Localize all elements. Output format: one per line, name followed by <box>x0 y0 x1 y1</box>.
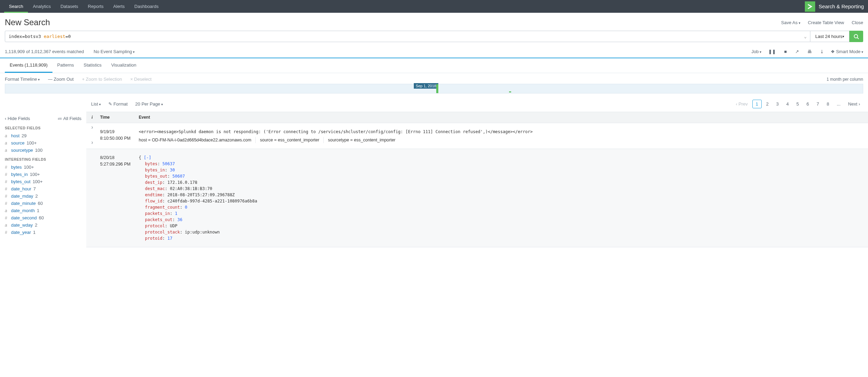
json-line[interactable]: protocol: UDP <box>145 223 866 229</box>
close-button[interactable]: Close <box>852 20 863 25</box>
create-table-view-button[interactable]: Create Table View <box>808 20 844 25</box>
event-row: › 8/20/18 5:27:09.296 PM { [-] bytes: 50… <box>86 149 868 247</box>
json-line[interactable]: protoid: 17 <box>145 235 866 241</box>
field-type-icon: # <box>5 230 9 235</box>
field-name[interactable]: date_second <box>11 215 37 220</box>
nav-reports[interactable]: Reports <box>83 0 109 13</box>
json-line[interactable]: bytes: 50637 <box>145 161 866 167</box>
field-row[interactable]: adate_month1 <box>5 207 81 214</box>
field-name[interactable]: date_wday <box>11 222 33 228</box>
field-row[interactable]: #bytes100+ <box>5 163 81 171</box>
tab-events[interactable]: Events (1,118,909) <box>5 58 52 73</box>
pause-icon[interactable]: ❚❚ <box>767 48 777 55</box>
field-row[interactable]: asource100+ <box>5 139 81 147</box>
page-5[interactable]: 5 <box>793 100 802 108</box>
page-2[interactable]: 2 <box>763 100 772 108</box>
timeline-chart[interactable]: Sep 1, 2018 <box>5 84 863 93</box>
field-row[interactable]: adate_wday2 <box>5 221 81 229</box>
hide-fields-button[interactable]: ‹ Hide Fields <box>5 116 30 121</box>
share-icon[interactable]: ↗ <box>794 48 800 55</box>
field-row[interactable]: #date_second60 <box>5 214 81 221</box>
page-6[interactable]: 6 <box>803 100 812 108</box>
field-row[interactable]: #date_minute60 <box>5 200 81 207</box>
field-name[interactable]: date_month <box>11 208 35 213</box>
search-button[interactable] <box>849 31 863 42</box>
field-row[interactable]: #date_mday2 <box>5 192 81 200</box>
event-meta: host = OD-FM-NA-i-0ad2d665d4bdace22.amaz… <box>139 137 866 143</box>
format-button[interactable]: ✎ Format <box>108 101 128 107</box>
json-line[interactable]: flow_id: c240fdab-997d-4285-a221-1080976… <box>145 198 866 204</box>
field-name[interactable]: source <box>11 140 25 146</box>
meta-sourcetype[interactable]: sourcetype = ess_content_importer <box>324 137 400 143</box>
format-timeline-dropdown[interactable]: Format Timeline <box>5 77 40 82</box>
time-range-picker[interactable]: Last 24 hours <box>810 31 849 42</box>
page-4[interactable]: 4 <box>783 100 792 108</box>
meta-source[interactable]: source = ess_content_importer <box>256 137 324 143</box>
export-icon[interactable]: ⤓ <box>819 48 825 55</box>
tab-visualization[interactable]: Visualization <box>106 58 141 73</box>
page-3[interactable]: 3 <box>773 100 782 108</box>
expand-icon[interactable]: › <box>86 152 98 244</box>
status-row: 1,118,909 of 1,012,367 events matched No… <box>0 46 868 58</box>
json-line[interactable]: dest_ip: 172.16.0.178 <box>145 179 866 186</box>
field-name[interactable]: date_year <box>11 230 31 235</box>
timeline-tick <box>509 91 511 92</box>
nav-analytics[interactable]: Analytics <box>28 0 56 13</box>
print-icon[interactable]: 🖶 <box>806 48 813 55</box>
field-name[interactable]: date_hour <box>11 186 31 191</box>
tab-patterns[interactable]: Patterns <box>52 58 79 73</box>
field-name[interactable]: bytes <box>11 165 22 170</box>
stop-icon[interactable]: ■ <box>783 48 788 55</box>
field-name[interactable]: date_minute <box>11 201 36 206</box>
event-raw[interactable]: <error><message>Splunkd daemon is not re… <box>139 129 866 135</box>
field-row[interactable]: asourcetype100 <box>5 147 81 154</box>
field-count: 1 <box>33 230 36 235</box>
search-expand-icon[interactable]: ⌄ <box>804 34 807 39</box>
all-fields-button[interactable]: ≔ All Fields <box>58 116 81 121</box>
field-row[interactable]: ahost29 <box>5 132 81 139</box>
field-count: 100+ <box>30 172 40 177</box>
page-1[interactable]: 1 <box>752 100 762 108</box>
field-name[interactable]: date_mday <box>11 194 33 199</box>
json-line[interactable]: packets_out: 36 <box>145 217 866 223</box>
field-name[interactable]: bytes_in <box>11 172 28 177</box>
zoom-out-button[interactable]: — Zoom Out <box>48 77 74 82</box>
page-8[interactable]: 8 <box>823 100 832 108</box>
json-line[interactable]: dest_mac: 02:A0:38:1B:B3:70 <box>145 186 866 192</box>
field-name[interactable]: bytes_out <box>11 179 30 184</box>
json-line[interactable]: endtime: 2018-08-20T15:27:09.296788Z <box>145 192 866 198</box>
event-sampling-dropdown[interactable]: No Event Sampling <box>94 49 135 54</box>
field-type-icon: # <box>5 179 9 184</box>
job-menu[interactable]: Job <box>751 49 761 54</box>
meta-host[interactable]: host = OD-FM-NA-i-0ad2d665d4bdace22.amaz… <box>139 137 256 143</box>
field-row[interactable]: #date_year1 <box>5 229 81 236</box>
field-row[interactable]: #bytes_out100+ <box>5 178 81 185</box>
nav-dashboards[interactable]: Dashboards <box>129 0 163 13</box>
json-line[interactable]: protocol_stack: ip:udp:unknown <box>145 229 866 235</box>
col-time[interactable]: Time <box>98 112 137 123</box>
collapse-toggle[interactable]: [-] <box>144 155 151 160</box>
nav-search[interactable]: Search <box>4 0 28 13</box>
nav-alerts[interactable]: Alerts <box>108 0 129 13</box>
save-as-button[interactable]: Save As <box>781 20 800 25</box>
field-row[interactable]: #date_hour7 <box>5 185 81 192</box>
json-line[interactable]: fragment_count: 0 <box>145 204 866 210</box>
nav-datasets[interactable]: Datasets <box>56 0 83 13</box>
list-view-dropdown[interactable]: List <box>91 101 101 107</box>
field-name[interactable]: host <box>11 133 20 138</box>
event-body: <error><message>Splunkd daemon is not re… <box>137 126 868 146</box>
field-name[interactable]: sourcetype <box>11 148 33 153</box>
page-7[interactable]: 7 <box>813 100 822 108</box>
field-count: 100+ <box>27 140 37 146</box>
json-line[interactable]: packets_in: 1 <box>145 210 866 217</box>
field-count: 60 <box>38 201 43 206</box>
per-page-dropdown[interactable]: 20 Per Page <box>135 101 163 107</box>
field-row[interactable]: #bytes_in100+ <box>5 171 81 178</box>
smart-mode-dropdown[interactable]: ❖ Smart Mode <box>831 49 863 54</box>
json-line[interactable]: bytes_in: 30 <box>145 167 866 173</box>
json-line[interactable]: bytes_out: 50607 <box>145 173 866 179</box>
event-body[interactable]: { [-] bytes: 50637bytes_in: 30bytes_out:… <box>137 152 868 244</box>
page-next[interactable]: Next › <box>845 100 863 108</box>
search-input[interactable]: index=botsv3 earliest=0 ⌄ <box>5 31 810 42</box>
tab-statistics[interactable]: Statistics <box>79 58 106 73</box>
